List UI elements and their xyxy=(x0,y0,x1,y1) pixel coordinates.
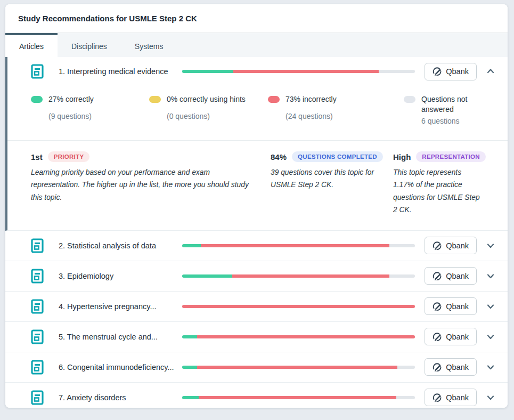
qbank-button[interactable]: Qbank xyxy=(425,237,477,254)
article-link[interactable]: 7. Anxiety disorders xyxy=(59,393,182,402)
completed-badge: QUESTIONS COMPLETED xyxy=(292,151,383,162)
chevron-down-icon xyxy=(486,241,495,251)
article-row: 4. Hypertensive pregnancy... Qbank xyxy=(5,292,508,321)
page-title: Study Recommendations for USMLE Step 2 C… xyxy=(18,14,197,23)
qbank-button[interactable]: Qbank xyxy=(425,358,477,376)
qbank-button-label: Qbank xyxy=(446,67,469,76)
article-link[interactable]: 4. Hypertensive pregnancy... xyxy=(59,302,182,311)
topic-details: 1st PRIORITY Learning priority based on … xyxy=(7,141,508,230)
tab-systems-label: Systems xyxy=(135,42,164,51)
expand-button[interactable] xyxy=(484,300,497,313)
representation-detail: High REPRESENTATION This topic represent… xyxy=(393,151,493,216)
priority-badge: PRIORITY xyxy=(48,151,90,162)
progress-segment-correct xyxy=(182,274,232,278)
expand-button[interactable] xyxy=(484,270,497,282)
tab-disciplines[interactable]: Disciplines xyxy=(58,33,121,57)
article-item-4: 4. Hypertensive pregnancy... Qbank xyxy=(5,292,508,322)
priority-detail: 1st PRIORITY Learning priority based on … xyxy=(31,151,271,216)
progress-bar xyxy=(182,70,415,73)
legend-item-correct: 27% correctly (9 questions) xyxy=(31,94,149,127)
legend-item-incorrect: 73% incorrectly (24 questions) xyxy=(268,94,404,127)
qbank-button[interactable]: Qbank xyxy=(425,389,477,406)
article-link[interactable]: 5. The menstrual cycle and... xyxy=(59,333,182,341)
tab-articles-label: Articles xyxy=(19,42,44,51)
expand-button[interactable] xyxy=(484,330,497,343)
legend-label: 0% correctly using hints xyxy=(167,94,268,104)
chevron-down-icon xyxy=(486,393,495,402)
qbank-icon xyxy=(433,362,442,372)
qbank-button-label: Qbank xyxy=(446,393,469,402)
article-item-3: 3. Epidemiology Qbank xyxy=(5,261,508,292)
incorrect-pill-icon xyxy=(268,96,280,103)
qbank-icon xyxy=(433,67,442,76)
article-icon xyxy=(31,390,44,405)
qbank-button-label: Qbank xyxy=(446,302,469,311)
expand-button[interactable] xyxy=(484,391,497,404)
study-recommendations-card: Study Recommendations for USMLE Step 2 C… xyxy=(5,4,508,408)
article-item-1-expanded: 1. Interpreting medical evidence Qbank xyxy=(5,57,508,231)
qbank-button-label: Qbank xyxy=(446,272,469,280)
collapse-button[interactable] xyxy=(484,65,497,78)
progress-segment-incorrect xyxy=(182,305,415,308)
chevron-down-icon xyxy=(486,302,495,311)
article-item-6: 6. Congenital immunodeficiency... Qbank xyxy=(5,352,508,383)
article-link[interactable]: 2. Statistical analysis of data xyxy=(59,241,182,250)
progress-bar xyxy=(182,244,415,247)
qbank-button-label: Qbank xyxy=(446,363,469,371)
representation-badge: REPRESENTATION xyxy=(416,151,486,162)
qbank-button[interactable]: Qbank xyxy=(425,267,477,285)
progress-bar xyxy=(182,305,415,308)
article-link[interactable]: 1. Interpreting medical evidence xyxy=(59,67,182,76)
article-icon xyxy=(31,64,44,79)
qbank-button[interactable]: Qbank xyxy=(425,297,477,315)
progress-segment-incorrect xyxy=(232,274,389,278)
legend-count: (9 questions) xyxy=(48,110,149,123)
progress-bar xyxy=(182,396,415,399)
legend-label: 27% correctly xyxy=(48,94,149,104)
article-list: 1. Interpreting medical evidence Qbank xyxy=(5,57,508,408)
legend-count: (0 questions) xyxy=(167,110,268,123)
hints-pill-icon xyxy=(149,96,161,103)
article-row: 1. Interpreting medical evidence Qbank xyxy=(7,57,508,86)
qbank-icon xyxy=(433,332,442,342)
qbank-icon xyxy=(433,241,442,251)
priority-description: Learning priority based on your performa… xyxy=(31,166,271,204)
completed-description: 39 questions cover this topic for USMLE … xyxy=(271,166,393,191)
progress-segment-incorrect xyxy=(197,335,415,338)
article-link[interactable]: 6. Congenital immunodeficiency... xyxy=(59,363,182,371)
article-row: 6. Congenital immunodeficiency... Qbank xyxy=(5,352,508,382)
progress-segment-correct xyxy=(182,366,197,369)
qbank-icon xyxy=(433,302,442,311)
article-item-2: 2. Statistical analysis of data Qbank xyxy=(5,231,508,261)
progress-bar xyxy=(182,274,415,278)
progress-bar xyxy=(182,366,415,369)
card-header: Study Recommendations for USMLE Step 2 C… xyxy=(5,4,508,33)
article-item-5: 5. The menstrual cycle and... Qbank xyxy=(5,322,508,352)
tab-bar: Articles Disciplines Systems xyxy=(5,33,508,57)
representation-description: This topic represents 1.17% of the pract… xyxy=(393,166,493,216)
progress-bar xyxy=(182,335,415,338)
article-row: 3. Epidemiology Qbank xyxy=(5,261,508,291)
correct-pill-icon xyxy=(31,96,43,103)
progress-segment-correct xyxy=(182,70,233,73)
progress-segment-correct xyxy=(182,396,199,399)
expand-button[interactable] xyxy=(484,361,497,374)
article-icon xyxy=(31,299,44,314)
article-icon xyxy=(31,360,44,375)
chevron-down-icon xyxy=(486,332,495,342)
progress-segment-incorrect xyxy=(197,366,397,369)
qbank-button[interactable]: Qbank xyxy=(425,63,477,80)
tab-disciplines-label: Disciplines xyxy=(71,42,107,51)
answer-legend: 27% correctly (9 questions) 0% correctly… xyxy=(7,86,508,131)
article-link[interactable]: 3. Epidemiology xyxy=(59,272,182,280)
qbank-button[interactable]: Qbank xyxy=(425,328,477,345)
representation-value: High xyxy=(393,152,411,161)
legend-count: 6 questions xyxy=(421,115,497,127)
expand-button[interactable] xyxy=(484,239,497,252)
tab-systems[interactable]: Systems xyxy=(121,33,177,57)
legend-label: Questions not answered xyxy=(421,94,497,115)
unanswered-pill-icon xyxy=(404,96,415,103)
tab-articles[interactable]: Articles xyxy=(5,33,58,57)
qbank-button-label: Qbank xyxy=(446,333,469,341)
completed-value: 84% xyxy=(271,152,287,161)
